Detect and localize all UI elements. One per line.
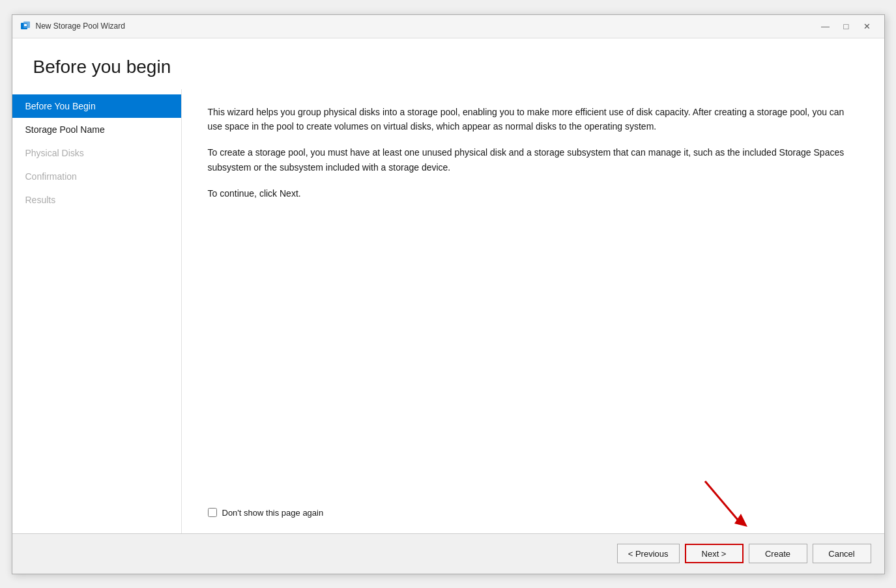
detail-paragraph-2: To create a storage pool, you must have … [208, 145, 858, 175]
sidebar-item-results: Results [12, 188, 181, 212]
cancel-button[interactable]: Cancel [813, 544, 871, 563]
restore-button[interactable]: □ [837, 18, 856, 34]
minimize-button[interactable]: — [817, 18, 835, 34]
previous-button[interactable]: < Previous [617, 544, 680, 563]
sidebar-item-before-you-begin[interactable]: Before You Begin [12, 94, 181, 118]
window-content: Before you begin Before You Begin Storag… [12, 38, 884, 574]
page-header: Before you begin [12, 38, 884, 89]
create-button[interactable]: Create [749, 544, 807, 563]
title-bar: New Storage Pool Wizard — □ ✕ [12, 15, 884, 38]
detail-paragraph-1: This wizard helps you group physical dis… [208, 105, 858, 134]
next-button[interactable]: Next > [685, 544, 744, 563]
sidebar-item-storage-pool-name[interactable]: Storage Pool Name [12, 118, 181, 141]
sidebar: Before You Begin Storage Pool Name Physi… [12, 89, 182, 533]
window-icon [20, 21, 31, 31]
window-title: New Storage Pool Wizard [36, 21, 817, 31]
sidebar-item-physical-disks: Physical Disks [12, 141, 181, 165]
detail-pane: This wizard helps you group physical dis… [182, 89, 884, 533]
window-controls: — □ ✕ [817, 18, 876, 34]
wizard-window: New Storage Pool Wizard — □ ✕ Before you… [12, 14, 885, 574]
svg-rect-2 [24, 24, 27, 26]
detail-paragraph-3: To continue, click Next. [208, 186, 858, 201]
sidebar-item-confirmation: Confirmation [12, 165, 181, 188]
main-body: Before You Begin Storage Pool Name Physi… [12, 89, 884, 533]
checkbox-row: Don't show this page again [208, 492, 858, 518]
close-button[interactable]: ✕ [858, 18, 876, 34]
footer: < Previous Next > Create Cancel [12, 533, 884, 574]
page-title: Before you begin [33, 57, 863, 77]
dont-show-label[interactable]: Don't show this page again [222, 508, 324, 518]
dont-show-checkbox[interactable] [208, 508, 217, 517]
